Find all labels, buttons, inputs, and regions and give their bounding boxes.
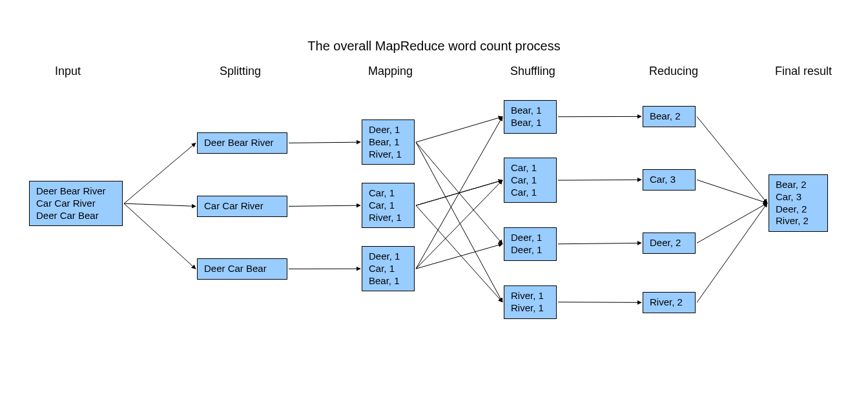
node-in-line: Deer Bear River — [36, 185, 116, 198]
node-sp2-line: Car Car River — [204, 200, 280, 212]
col-label-splitting: Splitting — [220, 65, 261, 78]
col-label-mapping: Mapping — [368, 65, 413, 78]
col-label-input: Input — [55, 65, 81, 78]
arrow-mp3-sh3 — [416, 244, 502, 269]
arrow-rd2-fin — [697, 180, 767, 203]
node-mp2-line: River, 1 — [369, 212, 408, 224]
node-rd1: Bear, 2 — [643, 106, 696, 127]
node-fin-line: River, 2 — [776, 215, 821, 227]
node-rd2: Car, 3 — [643, 169, 696, 191]
node-sh4-line: River, 1 — [511, 302, 550, 315]
arrow-sh4-rd4 — [558, 302, 641, 303]
node-in-line: Car Car River — [36, 198, 116, 210]
node-mp1-line: River, 1 — [369, 149, 408, 161]
arrow-in-sp1 — [124, 143, 196, 203]
arrow-sp2-mp2 — [289, 205, 360, 206]
node-fin-line: Car, 3 — [776, 191, 821, 203]
node-mp3-line: Deer, 1 — [369, 251, 408, 263]
arrow-mp2-sh4 — [416, 205, 502, 302]
arrow-sh3-rd3 — [558, 243, 641, 243]
node-mp3-line: Bear, 1 — [369, 275, 408, 287]
node-sp3-line: Deer Car Bear — [204, 263, 280, 275]
node-fin-line: Bear, 2 — [776, 179, 821, 191]
node-sp2: Car Car River — [197, 196, 287, 217]
arrow-mp3-sh2 — [416, 180, 502, 269]
arrow-mp1-sh4 — [416, 142, 502, 302]
node-rd4-line: River, 2 — [650, 296, 688, 309]
node-mp3-line: Car, 1 — [369, 263, 408, 275]
node-mp1-line: Bear, 1 — [369, 136, 408, 149]
node-mp3: Deer, 1Car, 1Bear, 1 — [362, 246, 415, 291]
node-in: Deer Bear RiverCar Car RiverDeer Car Bea… — [29, 181, 123, 226]
node-sh2: Car, 1Car, 1Car, 1 — [504, 158, 557, 203]
arrow-rd3-fin — [697, 203, 767, 243]
arrow-in-sp3 — [124, 203, 196, 269]
node-fin: Bear, 2Car, 3Deer, 2River, 2 — [769, 174, 828, 232]
col-label-reducing: Reducing — [649, 65, 698, 78]
node-sh1: Bear, 1Bear, 1 — [504, 100, 557, 134]
node-sh1-line: Bear, 1 — [511, 117, 550, 129]
node-rd1-line: Bear, 2 — [650, 110, 688, 123]
node-sh2-line: Car, 1 — [511, 187, 550, 199]
col-label-shuffling: Shuffling — [510, 65, 555, 78]
node-sh1-line: Bear, 1 — [511, 105, 550, 117]
node-mp2: Car, 1Car, 1River, 1 — [362, 183, 415, 228]
arrow-mp2-sh2 — [416, 180, 502, 205]
node-fin-line: Deer, 2 — [776, 203, 821, 216]
node-rd3: Deer, 2 — [643, 232, 696, 254]
node-rd3-line: Deer, 2 — [650, 237, 688, 249]
node-sh4-line: River, 1 — [511, 290, 550, 302]
node-sp1: Deer Bear River — [197, 132, 287, 154]
arrows-layer — [0, 0, 868, 403]
node-sh2-line: Car, 1 — [511, 174, 550, 187]
node-rd2-line: Car, 3 — [650, 174, 688, 186]
arrow-sp1-mp1 — [289, 142, 360, 143]
node-sp3: Deer Car Bear — [197, 258, 287, 280]
node-mp1: Deer, 1Bear, 1River, 1 — [362, 119, 415, 165]
node-sh3: Deer, 1Deer, 1 — [504, 227, 557, 261]
node-in-line: Deer Car Bear — [36, 210, 116, 222]
node-sh4: River, 1River, 1 — [504, 285, 557, 319]
arrow-rd1-fin — [697, 116, 767, 203]
arrow-rd4-fin — [697, 203, 767, 303]
col-label-final: Final result — [775, 65, 832, 78]
arrow-mp1-sh3 — [416, 142, 502, 244]
arrow-sh2-rd2 — [558, 180, 641, 180]
node-sh3-line: Deer, 1 — [511, 232, 550, 244]
arrow-mp3-sh1 — [416, 117, 502, 269]
node-sh3-line: Deer, 1 — [511, 244, 550, 256]
node-mp2-line: Car, 1 — [369, 187, 408, 200]
diagram-title: The overall MapReduce word count process — [0, 39, 868, 54]
node-sh2-line: Car, 1 — [511, 162, 550, 174]
node-sp1-line: Deer Bear River — [204, 137, 280, 149]
node-mp2-line: Car, 1 — [369, 200, 408, 212]
arrow-mp1-sh1 — [416, 117, 502, 142]
node-rd4: River, 2 — [643, 292, 696, 313]
arrow-in-sp2 — [124, 203, 196, 206]
arrow-mp2-sh2 — [416, 180, 502, 205]
node-mp1-line: Deer, 1 — [369, 124, 408, 136]
